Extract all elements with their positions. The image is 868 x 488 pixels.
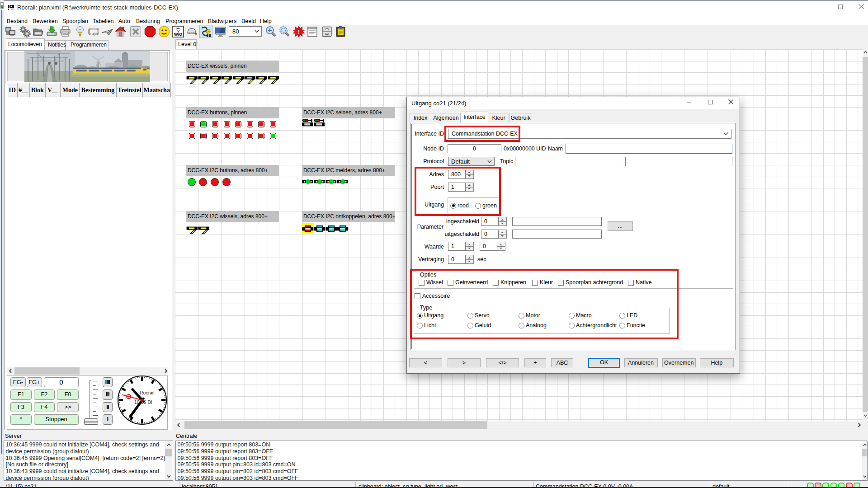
svg-text:!: ! — [298, 29, 300, 35]
svg-text:WiO: WiO — [174, 32, 182, 37]
